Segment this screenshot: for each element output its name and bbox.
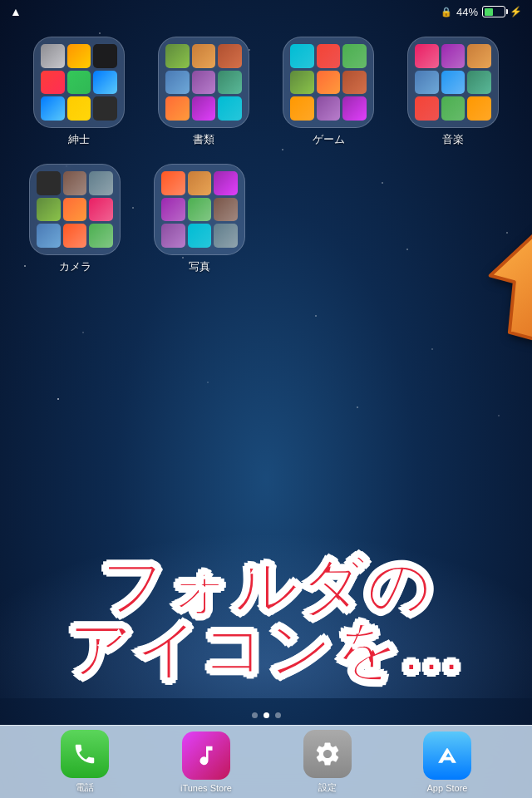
- mini-icon: [67, 44, 91, 68]
- folder-shashin-label: 写真: [189, 259, 210, 274]
- phone-svg: [72, 741, 97, 766]
- mini-icon: [41, 44, 65, 68]
- mini-icon: [93, 96, 117, 121]
- dock-phone-label: 電話: [76, 781, 94, 794]
- folder-shashin-box[interactable]: [154, 164, 245, 255]
- mini-icon: [37, 171, 61, 195]
- mini-icon: [192, 71, 216, 95]
- dock-appstore[interactable]: App Store: [423, 732, 471, 793]
- mini-icon: [290, 96, 314, 121]
- mini-icon: [214, 198, 238, 222]
- jp-line1: フォルダの: [8, 555, 524, 618]
- folder-ongaku-box[interactable]: [407, 37, 499, 128]
- dock: 電話 iTunes Store 設定 App Store: [0, 725, 532, 798]
- mini-icon: [218, 44, 242, 68]
- wifi-icon: ▲: [10, 5, 22, 18]
- mini-icon: [290, 44, 314, 68]
- mini-icon: [93, 44, 117, 68]
- mini-icon: [441, 71, 466, 95]
- dock-itunes[interactable]: iTunes Store: [180, 732, 232, 793]
- mini-icon: [467, 44, 491, 68]
- mini-icon: [290, 71, 314, 95]
- mini-icon: [342, 96, 367, 121]
- folder-game-label: ゲーム: [313, 132, 345, 147]
- folder-shorui[interactable]: 書類: [154, 37, 254, 147]
- mini-icon: [317, 96, 341, 121]
- phone-icon[interactable]: [61, 730, 109, 778]
- arrow-svg: [482, 208, 532, 349]
- mini-icon: [63, 171, 87, 195]
- mini-icon: [214, 224, 238, 248]
- settings-icon[interactable]: [303, 730, 352, 778]
- mini-icon: [161, 171, 185, 195]
- folder-shorui-label: 書類: [193, 132, 214, 147]
- mini-icon: [89, 171, 113, 195]
- mini-icon: [63, 224, 87, 248]
- folder-shorui-box[interactable]: [158, 37, 249, 128]
- mini-icon: [89, 224, 113, 248]
- folders-row2: カメラ 写真: [17, 164, 515, 274]
- mini-icon: [467, 96, 491, 121]
- dock-itunes-label: iTunes Store: [180, 783, 232, 793]
- mini-icon: [342, 71, 367, 95]
- folder-kamera-box[interactable]: [29, 164, 121, 255]
- mini-icon: [41, 96, 65, 121]
- page-dot-2: [264, 712, 269, 718]
- mini-icon: [441, 96, 466, 121]
- folder-shinshi[interactable]: 紳士: [29, 37, 129, 147]
- folder-kamera-label: カメラ: [59, 259, 91, 274]
- mini-icon: [218, 71, 242, 95]
- folder-game[interactable]: ゲーム: [278, 37, 378, 147]
- gear-svg: [313, 740, 342, 768]
- page-dot-1: [252, 712, 258, 718]
- mini-icon: [161, 224, 185, 248]
- mini-icon: [317, 71, 341, 95]
- mini-icon: [37, 224, 61, 248]
- itunes-icon[interactable]: [182, 732, 230, 780]
- mini-icon: [188, 198, 212, 222]
- lock-icon: 🔒: [441, 7, 452, 17]
- mini-icon: [415, 44, 439, 68]
- mini-icon: [161, 198, 185, 222]
- jp-line2: アイコンを…: [8, 618, 524, 682]
- mini-icon: [192, 44, 216, 68]
- folders-row1: 紳士 書類: [17, 37, 515, 147]
- folder-shinshi-label: 紳士: [68, 132, 90, 147]
- status-right: 🔒 44% ⚡: [441, 6, 522, 18]
- mini-icon: [317, 44, 341, 68]
- mini-icon: [441, 44, 466, 68]
- mini-icon: [214, 171, 238, 195]
- itunes-svg: [194, 743, 219, 768]
- folder-shinshi-box[interactable]: [33, 37, 125, 128]
- folder-ongaku-label: 音楽: [442, 132, 464, 147]
- appstore-svg: [435, 743, 460, 768]
- mini-icon: [218, 96, 242, 121]
- appstore-icon[interactable]: [423, 732, 471, 780]
- battery-fill: [485, 8, 493, 16]
- folder-ongaku[interactable]: 音楽: [403, 37, 503, 147]
- battery-percent: 44%: [456, 6, 478, 18]
- charge-icon: ⚡: [510, 6, 522, 17]
- mini-icon: [415, 71, 439, 95]
- folder-kamera[interactable]: カメラ: [25, 164, 125, 274]
- mini-icon: [67, 96, 91, 121]
- page-dots: [0, 712, 532, 718]
- mini-icon: [165, 71, 190, 95]
- page-dot-3: [275, 712, 281, 718]
- mini-icon: [415, 96, 439, 121]
- jp-text-overlay: フォルダの アイコンを…: [8, 555, 524, 682]
- mini-icon: [93, 71, 117, 95]
- mini-icon: [37, 198, 61, 222]
- mini-icon: [467, 71, 491, 95]
- dock-settings-label: 設定: [318, 781, 337, 794]
- dock-appstore-label: App Store: [427, 783, 468, 793]
- mini-icon: [67, 71, 91, 95]
- mini-icon: [192, 96, 216, 121]
- folder-game-box[interactable]: [283, 37, 374, 128]
- mini-icon: [342, 44, 367, 68]
- dock-phone[interactable]: 電話: [61, 730, 109, 794]
- battery-box: [482, 6, 505, 17]
- dock-settings[interactable]: 設定: [303, 730, 352, 794]
- folder-shashin[interactable]: 写真: [150, 164, 249, 274]
- status-left: ▲: [10, 5, 22, 18]
